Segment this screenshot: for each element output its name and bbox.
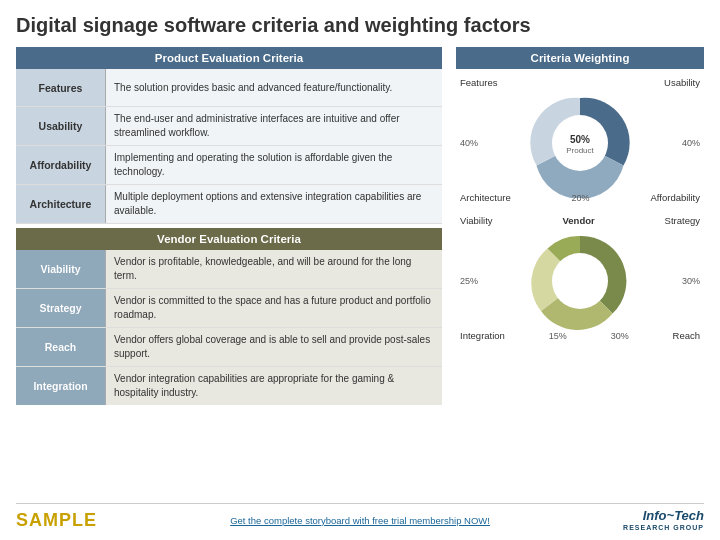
affordability-label: Affordability [16,146,106,184]
table-row: Features The solution provides basic and… [16,69,442,107]
svg-text:50%: 50% [570,134,590,145]
affordability-pct-label: 20% [572,193,590,203]
integration-chart-label: Integration [460,330,505,341]
svg-text:Product: Product [566,146,594,155]
affordability-chart-label: Affordability [651,192,700,203]
left-panel: Product Evaluation Criteria Features The… [16,47,442,497]
table-row: Reach Vendor offers global coverage and … [16,328,442,367]
affordability-desc: Implementing and operating the solution … [106,146,442,184]
footer: SAMPLE Get the complete storyboard with … [16,503,704,532]
viability-label: Viability [16,250,106,288]
svg-point-3 [552,253,608,309]
strategy-pct-label: 30% [682,276,700,286]
architecture-label: Architecture [16,185,106,223]
logo: Info~Tech RESEARCH GROUP [623,508,704,532]
table-row: Integration Vendor integration capabilit… [16,367,442,405]
integration-label: Integration [16,367,106,405]
architecture-desc: Multiple deployment options and extensiv… [106,185,442,223]
usability-desc: The end-user and administrative interfac… [106,107,442,145]
architecture-chart-label: Architecture [460,192,511,203]
sample-label: SAMPLE [16,510,97,531]
strategy-chart-label: Strategy [665,215,700,226]
product-donut-block: Features Usability 40% [456,77,704,203]
table-row: Affordability Implementing and operating… [16,146,442,185]
main-content: Product Evaluation Criteria Features The… [16,47,704,497]
viability-desc: Vendor is profitable, knowledgeable, and… [106,250,442,288]
vendor-donut-block: Viability Vendor Strategy 25% [456,215,704,341]
product-donut-chart: 50% Product [525,88,635,198]
strategy-desc: Vendor is committed to the space and has… [106,289,442,327]
table-row: Architecture Multiple deployment options… [16,185,442,224]
strategy-label: Strategy [16,289,106,327]
footer-link[interactable]: Get the complete storyboard with free tr… [230,515,490,526]
reach-label: Reach [16,328,106,366]
page-title: Digital signage software criteria and we… [16,14,704,37]
features-desc: The solution provides basic and advanced… [106,69,442,106]
usability-chart-label: Usability [664,77,700,88]
reach-chart-label: Reach [673,330,700,341]
features-pct-label: 40% [460,138,478,148]
table-row: Usability The end-user and administrativ… [16,107,442,146]
table-row: Strategy Vendor is committed to the spac… [16,289,442,328]
table-row: Viability Vendor is profitable, knowledg… [16,250,442,289]
vendor-donut-title: Vendor [562,215,594,226]
integration-desc: Vendor integration capabilities are appr… [106,367,442,405]
vendor-donut-chart [525,226,635,336]
usability-pct-label: 40% [682,138,700,148]
weighting-header: Criteria Weighting [456,47,704,69]
right-panel: Criteria Weighting Features Usability 40… [456,47,704,497]
chart-section: Features Usability 40% [456,77,704,497]
features-chart-label: Features [460,77,498,88]
features-label: Features [16,69,106,106]
usability-label: Usability [16,107,106,145]
reach-desc: Vendor offers global coverage and is abl… [106,328,442,366]
viability-pct-label: 25% [460,276,478,286]
vendor-header: Vendor Evaluation Criteria [16,228,442,250]
viability-chart-label: Viability [460,215,493,226]
page: Digital signage software criteria and we… [0,0,720,540]
integration-pct-label: 15% [549,331,567,341]
product-header: Product Evaluation Criteria [16,47,442,69]
reach-pct-label: 30% [611,331,629,341]
